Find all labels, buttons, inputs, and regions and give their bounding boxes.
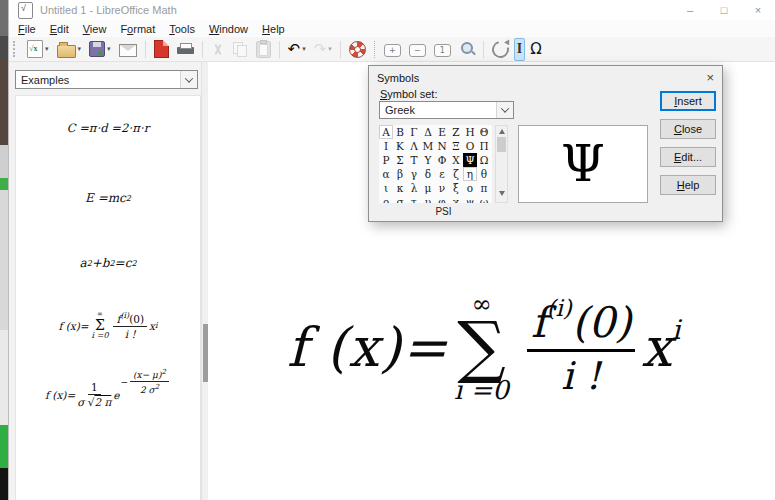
example-formula-pythagoras[interactable]: a2+b2 =c2 [16, 256, 200, 270]
symbol-cell-Χ[interactable]: Χ [449, 153, 463, 167]
symbol-cell-υ[interactable]: υ [421, 195, 435, 203]
help-button[interactable]: Help [660, 175, 716, 195]
example-formula-gaussian[interactable]: f (x)= 1 σ √2 π e − (x− μ)2 2 σ2 [16, 381, 200, 409]
symbol-cell-Β[interactable]: Β [393, 125, 407, 139]
symbol-cell-Γ[interactable]: Γ [407, 125, 421, 139]
symbol-cell-σ[interactable]: σ [393, 195, 407, 203]
dialog-title-bar[interactable]: Symbols × [369, 66, 722, 87]
symbol-cell-Λ[interactable]: Λ [407, 139, 421, 153]
symbol-cell-Τ[interactable]: Τ [407, 153, 421, 167]
symbol-cell-Ο[interactable]: Ο [463, 139, 477, 153]
symbol-cell-Θ[interactable]: Θ [477, 125, 491, 139]
symbol-cell-θ[interactable]: θ [477, 167, 491, 181]
zoom-out-icon[interactable]: − [406, 38, 429, 61]
minimize-button[interactable]: – [673, 0, 707, 20]
show-all-icon[interactable] [456, 38, 478, 61]
symbol-cell-ρ[interactable]: ρ [379, 195, 393, 203]
symbol-cell-Σ[interactable]: Σ [393, 153, 407, 167]
symbol-cell-ψ[interactable]: ψ [463, 195, 477, 203]
panel-scrollbar[interactable] [201, 62, 208, 500]
symbol-cell-Ε[interactable]: Ε [435, 125, 449, 139]
menu-view[interactable]: View [76, 22, 114, 36]
chevron-down-icon[interactable] [180, 71, 197, 88]
example-formula-taylor[interactable]: f (x)= ∞ Σ i =0 f(i)(0) i ! xi [16, 311, 200, 340]
zoom-in-icon[interactable]: + [381, 38, 404, 61]
symbol-cell-Η[interactable]: Η [463, 125, 477, 139]
menu-window[interactable]: Window [202, 22, 255, 36]
symbol-cell-Ρ[interactable]: Ρ [379, 153, 393, 167]
menu-tools[interactable]: Tools [162, 22, 202, 36]
update-icon[interactable] [489, 38, 512, 61]
menu-format[interactable]: Format [113, 22, 162, 36]
scrollbar-thumb[interactable] [497, 137, 506, 152]
example-formula-emc2[interactable]: E =mc2 [16, 191, 200, 205]
symbol-cell-ω[interactable]: ω [477, 195, 491, 203]
symbol-cell-τ[interactable]: τ [407, 195, 421, 203]
maximize-button[interactable]: □ [707, 0, 741, 20]
insert-button[interactable]: Insert [660, 91, 716, 111]
title-bar[interactable]: Untitled 1 - LibreOffice Math –□× [9, 0, 775, 20]
symbol-cell-μ[interactable]: μ [421, 181, 435, 195]
close-icon[interactable]: × [706, 71, 714, 84]
symbol-cell-Δ[interactable]: Δ [421, 125, 435, 139]
scroll-down-icon[interactable] [499, 191, 505, 196]
chevron-down-icon[interactable]: ▾ [302, 45, 306, 53]
symbol-cell-κ[interactable]: κ [393, 181, 407, 195]
help-icon[interactable] [346, 38, 369, 61]
symbol-cell-α[interactable]: α [379, 167, 393, 181]
symbol-cell-Υ[interactable]: Υ [421, 153, 435, 167]
symbol-cell-Ψ[interactable]: Ψ [463, 153, 477, 167]
scroll-up-icon[interactable] [499, 129, 505, 134]
close-button[interactable]: Close [660, 119, 716, 139]
symbol-cell-δ[interactable]: δ [421, 167, 435, 181]
zoom-100-icon[interactable]: 1 [431, 38, 454, 61]
edit-button[interactable]: Edit... [660, 147, 716, 167]
symbol-cell-λ[interactable]: λ [407, 181, 421, 195]
symbol-cell-Μ[interactable]: Μ [421, 139, 435, 153]
symbols-icon[interactable]: Ω [527, 38, 544, 61]
save-icon[interactable]: ▾ [86, 38, 114, 61]
chevron-down-icon[interactable]: ▾ [45, 45, 49, 53]
formula-cursor-icon[interactable]: I [514, 38, 525, 61]
symbol-cell-ζ[interactable]: ζ [449, 167, 463, 181]
symbol-grid-scrollbar[interactable] [495, 125, 508, 203]
close-button[interactable]: × [741, 0, 775, 20]
symbol-cell-Ν[interactable]: Ν [435, 139, 449, 153]
symbol-cell-β[interactable]: β [393, 167, 407, 181]
chevron-down-icon[interactable]: ▾ [78, 45, 82, 53]
symbol-cell-Φ[interactable]: Φ [435, 153, 449, 167]
export-pdf-icon[interactable] [151, 38, 172, 61]
undo-icon[interactable]: ↶▾ [285, 38, 309, 61]
menu-file[interactable]: File [11, 22, 43, 36]
menu-edit[interactable]: Edit [43, 22, 76, 36]
examples-dropdown[interactable]: Examples [15, 70, 198, 89]
symbol-cell-Α[interactable]: Α [379, 125, 393, 139]
symbol-cell-π[interactable]: π [477, 181, 491, 195]
email-icon[interactable] [116, 38, 140, 61]
chevron-down-icon[interactable] [496, 102, 513, 118]
symbol-cell-φ[interactable]: φ [435, 195, 449, 203]
symbol-cell-ε[interactable]: ε [435, 167, 449, 181]
menu-help[interactable]: Help [255, 22, 292, 36]
symbol-cell-Ι[interactable]: Ι [379, 139, 393, 153]
symbol-cell-ν[interactable]: ν [435, 181, 449, 195]
symbol-cell-η[interactable]: η [463, 167, 477, 181]
symbol-set-dropdown[interactable]: Greek [379, 101, 514, 119]
symbol-cell-χ[interactable]: χ [449, 195, 463, 203]
print-icon[interactable] [174, 38, 197, 61]
symbol-cell-ι[interactable]: ι [379, 181, 393, 195]
symbol-cell-Ζ[interactable]: Ζ [449, 125, 463, 139]
open-icon[interactable]: ▾ [54, 38, 85, 61]
symbol-cell-ξ[interactable]: ξ [449, 181, 463, 195]
chevron-down-icon[interactable]: ▾ [328, 45, 332, 53]
symbol-cell-Ξ[interactable]: Ξ [449, 139, 463, 153]
symbol-cell-Κ[interactable]: Κ [393, 139, 407, 153]
symbol-cell-γ[interactable]: γ [407, 167, 421, 181]
symbol-cell-Ω[interactable]: Ω [477, 153, 491, 167]
new-formula-icon[interactable]: ▾ [24, 38, 52, 61]
example-formula-circumference[interactable]: C =π⋅d =2⋅π⋅r [16, 121, 200, 135]
symbol-cell-ο[interactable]: ο [463, 181, 477, 195]
symbol-cell-Π[interactable]: Π [477, 139, 491, 153]
toolbar-grip[interactable] [13, 41, 18, 57]
chevron-down-icon[interactable]: ▾ [107, 45, 111, 53]
